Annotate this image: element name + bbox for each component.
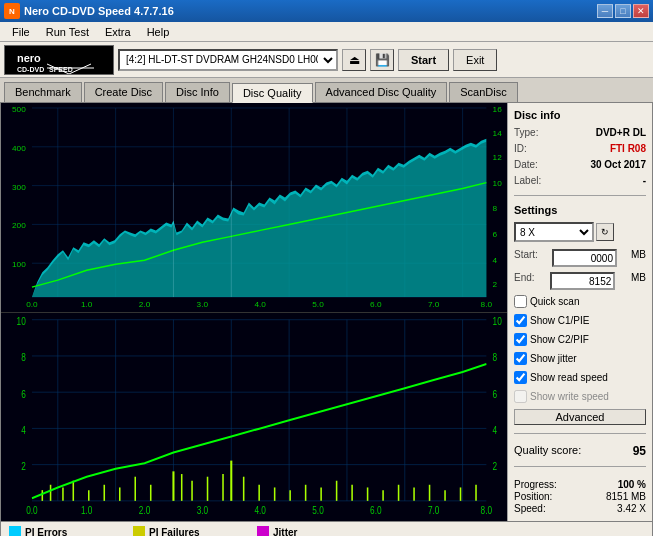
minimize-button[interactable]: ─: [597, 4, 613, 18]
separator-2: [514, 433, 646, 434]
svg-text:CD-DVD: CD-DVD: [17, 66, 44, 73]
svg-text:6.0: 6.0: [370, 300, 382, 309]
end-mb-label: MB: [631, 272, 646, 290]
pi-errors-legend-color: [9, 526, 21, 536]
svg-text:4.0: 4.0: [254, 504, 265, 516]
nero-logo: nero CD-DVD SPEED: [4, 45, 114, 75]
exit-button[interactable]: Exit: [453, 49, 497, 71]
disc-label-label: Label:: [514, 175, 541, 186]
show-c1pie-row: Show C1/PIE: [514, 314, 646, 327]
end-range-row: End: 8152 MB: [514, 272, 646, 290]
svg-text:1.0: 1.0: [81, 300, 93, 309]
menu-file[interactable]: File: [4, 24, 38, 40]
right-panel: Disc info Type: DVD+R DL ID: FTI R08 Dat…: [507, 103, 652, 521]
menu-help[interactable]: Help: [139, 24, 178, 40]
svg-text:8: 8: [493, 351, 498, 363]
svg-text:3.0: 3.0: [197, 504, 208, 516]
disc-date-row: Date: 30 Oct 2017: [514, 159, 646, 170]
quick-scan-checkbox[interactable]: [514, 295, 527, 308]
maximize-button[interactable]: □: [615, 4, 631, 18]
show-c2pif-checkbox[interactable]: [514, 333, 527, 346]
svg-text:1.0: 1.0: [81, 504, 92, 516]
separator-1: [514, 195, 646, 196]
disc-date-label: Date:: [514, 159, 538, 170]
save-button[interactable]: 💾: [370, 49, 394, 71]
position-label: Position:: [514, 491, 552, 502]
svg-text:10: 10: [17, 315, 26, 327]
svg-text:12: 12: [493, 153, 503, 162]
svg-text:5.0: 5.0: [312, 504, 323, 516]
show-c1pie-checkbox[interactable]: [514, 314, 527, 327]
show-read-speed-label: Show read speed: [530, 372, 608, 383]
svg-text:nero: nero: [17, 52, 41, 64]
start-range-row: Start: 0000 MB: [514, 249, 646, 267]
position-row: Position: 8151 MB: [514, 491, 646, 502]
eject-button[interactable]: ⏏: [342, 49, 366, 71]
close-button[interactable]: ✕: [633, 4, 649, 18]
show-jitter-checkbox[interactable]: [514, 352, 527, 365]
show-c1pie-label: Show C1/PIE: [530, 315, 589, 326]
disc-date-value: 30 Oct 2017: [590, 159, 646, 170]
svg-text:16: 16: [493, 105, 503, 114]
svg-text:6.0: 6.0: [370, 504, 381, 516]
svg-text:300: 300: [12, 183, 26, 192]
pi-failures-legend: PI Failures: [133, 526, 233, 536]
speed-value: 3.42 X: [617, 503, 646, 514]
window-controls: ─ □ ✕: [597, 4, 649, 18]
svg-text:500: 500: [12, 105, 26, 114]
settings-title: Settings: [514, 204, 646, 216]
svg-text:400: 400: [12, 144, 26, 153]
svg-text:6: 6: [493, 387, 498, 399]
menu-run-test[interactable]: Run Test: [38, 24, 97, 40]
show-c2pif-label: Show C2/PIF: [530, 334, 589, 345]
tab-scan-disc[interactable]: ScanDisc: [449, 82, 517, 102]
tab-create-disc[interactable]: Create Disc: [84, 82, 163, 102]
main-content: 500 400 300 200 100 16 14 12 10 8 6 4 2 …: [0, 102, 653, 522]
svg-text:4: 4: [493, 256, 498, 265]
speed-selector[interactable]: 8 X: [514, 222, 594, 242]
chart-lower: 10 8 6 4 2 10 8 6 4 2 0.0 1.0 2.0 3.0 4.…: [1, 313, 507, 521]
svg-text:4: 4: [21, 424, 26, 436]
settings-refresh-button[interactable]: ↻: [596, 223, 614, 241]
tab-benchmark[interactable]: Benchmark: [4, 82, 82, 102]
progress-row: Progress: 100 %: [514, 479, 646, 490]
show-write-speed-checkbox[interactable]: [514, 390, 527, 403]
svg-text:7.0: 7.0: [428, 504, 439, 516]
chart-upper-svg: 500 400 300 200 100 16 14 12 10 8 6 4 2 …: [1, 103, 507, 312]
disc-id-label: ID:: [514, 143, 527, 154]
svg-text:2.0: 2.0: [139, 504, 150, 516]
svg-text:8: 8: [21, 351, 26, 363]
pi-errors-legend: PI Errors: [9, 526, 109, 536]
show-read-speed-row: Show read speed: [514, 371, 646, 384]
pi-failures-group: PI Failures Average: 0.02 Maximum: 2 Tot…: [133, 526, 233, 536]
svg-text:8.0: 8.0: [481, 504, 492, 516]
show-jitter-row: Show jitter: [514, 352, 646, 365]
menu-extra[interactable]: Extra: [97, 24, 139, 40]
end-range-input[interactable]: 8152: [550, 272, 615, 290]
advanced-button[interactable]: Advanced: [514, 409, 646, 425]
quality-score-label: Quality score:: [514, 444, 581, 458]
tab-disc-info[interactable]: Disc Info: [165, 82, 230, 102]
tab-disc-quality[interactable]: Disc Quality: [232, 83, 313, 103]
chart-lower-svg: 10 8 6 4 2 10 8 6 4 2 0.0 1.0 2.0 3.0 4.…: [1, 313, 507, 521]
disc-id-row: ID: FTI R08: [514, 143, 646, 154]
tab-advanced-disc-quality[interactable]: Advanced Disc Quality: [315, 82, 448, 102]
quick-scan-label: Quick scan: [530, 296, 579, 307]
progress-section: Progress: 100 % Position: 8151 MB Speed:…: [514, 479, 646, 515]
svg-text:8: 8: [493, 205, 498, 214]
svg-text:2.0: 2.0: [139, 300, 151, 309]
start-range-input[interactable]: 0000: [552, 249, 617, 267]
show-read-speed-checkbox[interactable]: [514, 371, 527, 384]
pi-errors-group: PI Errors Average: 49.24 Maximum: 263 To…: [9, 526, 109, 536]
speed-settings-row: 8 X ↻: [514, 222, 646, 242]
disc-id-value: FTI R08: [610, 143, 646, 154]
quick-scan-row: Quick scan: [514, 295, 646, 308]
svg-text:10: 10: [493, 179, 503, 188]
disc-label-row: Label: -: [514, 175, 646, 186]
show-write-speed-label: Show write speed: [530, 391, 609, 402]
pi-failures-legend-color: [133, 526, 145, 536]
show-write-speed-row: Show write speed: [514, 390, 646, 403]
disc-type-row: Type: DVD+R DL: [514, 127, 646, 138]
drive-selector[interactable]: [4:2] HL-DT-ST DVDRAM GH24NSD0 LH00: [118, 49, 338, 71]
start-button[interactable]: Start: [398, 49, 449, 71]
